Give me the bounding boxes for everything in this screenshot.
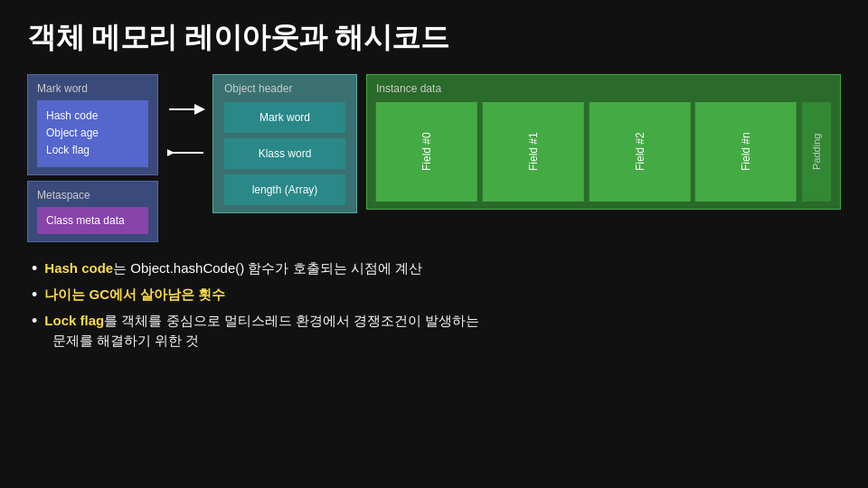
bullet-dot-3: •: [32, 311, 37, 332]
metaspace-inner: Class meta data: [37, 207, 148, 234]
mark-word-label: Mark word: [37, 82, 148, 95]
object-header-items: Mark word Klass word length (Array): [224, 102, 345, 205]
object-age-text: Object age: [46, 127, 99, 139]
bullet-text-2: 나이는 GC에서 살아남은 횟수: [44, 285, 225, 305]
arrow-to-mark-word: [167, 101, 212, 117]
bullets-section: • Hash code는 Object.hashCode() 함수가 호출되는 …: [27, 258, 841, 351]
slide: 객체 메모리 레이아웃과 해시코드 Mark word Hash code Ob…: [0, 0, 868, 488]
field-0: Field #0: [376, 102, 477, 202]
metaspace-box: Metaspace Class meta data: [27, 181, 158, 242]
diagram: Mark word Hash code Object age Lock flag…: [27, 74, 841, 242]
right-arrow-svg: [167, 101, 211, 117]
arrow-to-metaspace: [167, 145, 212, 161]
bullet-item-1: • Hash code는 Object.hashCode() 함수가 호출되는 …: [32, 258, 841, 279]
instance-data-section: Instance data Field #0 Field #1 Field #2…: [366, 74, 841, 210]
fields-row: Field #0 Field #1 Field #2 Field #n Padd…: [376, 102, 831, 202]
object-header-item-length-array: length (Array): [224, 174, 345, 205]
field-n: Field #n: [695, 102, 797, 202]
page-title: 객체 메모리 레이아웃과 해시코드: [27, 18, 841, 58]
bullet-item-2: • 나이는 GC에서 살아남은 횟수: [32, 285, 841, 305]
bullet-3-highlight: Lock flag: [44, 313, 104, 328]
bullet-text-1: Hash code는 Object.hashCode() 함수가 호출되는 시점…: [44, 258, 422, 278]
field-1: Field #1: [483, 102, 584, 202]
mark-word-box: Mark word Hash code Object age Lock flag: [27, 74, 158, 175]
hash-code-text: Hash code: [46, 109, 98, 122]
field-2: Field #2: [590, 102, 691, 202]
mark-word-section: Mark word Hash code Object age Lock flag…: [27, 74, 158, 242]
bullet-text-3: Lock flag를 객체를 중심으로 멀티스레드 환경에서 경쟁조건이 발생하…: [44, 311, 479, 351]
object-header-label: Object header: [224, 82, 345, 95]
bullet-2-highlight: 나이는 GC에서 살아남은 횟수: [44, 286, 225, 302]
instance-data-label: Instance data: [376, 82, 831, 95]
arrows-column: [167, 74, 212, 161]
bullet-1-highlight: Hash code: [44, 260, 113, 276]
left-arrow-svg: [167, 145, 211, 161]
bullet-item-3: • Lock flag를 객체를 중심으로 멀티스레드 환경에서 경쟁조건이 발…: [32, 311, 841, 351]
class-meta-data-text: Class meta data: [46, 214, 125, 227]
bullet-dot-2: •: [32, 285, 37, 305]
object-header-item-klass-word: Klass word: [224, 138, 345, 169]
metaspace-label: Metaspace: [37, 189, 148, 202]
bullet-dot-1: •: [32, 258, 37, 279]
padding-box: Padding: [802, 102, 831, 202]
lock-flag-text: Lock flag: [46, 144, 90, 156]
object-header-section: Object header Mark word Klass word lengt…: [212, 74, 357, 213]
object-header-item-mark-word: Mark word: [224, 102, 345, 133]
mark-word-inner: Hash code Object age Lock flag: [37, 100, 148, 167]
